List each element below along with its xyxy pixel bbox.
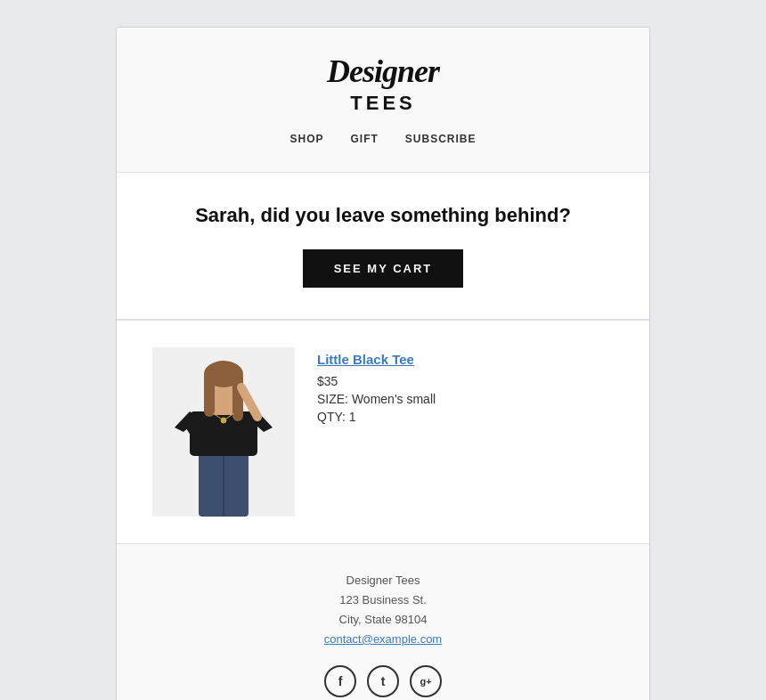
nav-bar: SHOP GIFT SUBSCRIBE [152, 133, 614, 154]
brand-script: Designer [152, 54, 614, 90]
google-plus-icon[interactable]: g+ [410, 665, 442, 697]
qty-value: 1 [349, 410, 356, 424]
nav-shop[interactable]: SHOP [289, 133, 323, 145]
product-price: $35 [317, 374, 614, 388]
hero-section: Sarah, did you leave something behind? S… [117, 172, 649, 320]
nav-subscribe[interactable]: SUBSCRIBE [405, 133, 477, 145]
facebook-icon[interactable]: f [324, 665, 356, 697]
footer-address1: 123 Business St. [152, 590, 614, 610]
email-header: Designer TEES SHOP GIFT SUBSCRIBE [117, 28, 649, 172]
product-size: SIZE: Women's small [317, 392, 614, 406]
product-qty: QTY: 1 [317, 410, 614, 424]
see-my-cart-button[interactable]: SEE MY CART [303, 249, 464, 288]
footer-company-name: Designer Tees [152, 571, 614, 590]
svg-rect-9 [204, 372, 215, 417]
product-image [152, 347, 295, 517]
product-name-link[interactable]: Little Black Tee [317, 352, 614, 367]
size-label: SIZE: [317, 392, 352, 406]
nav-gift[interactable]: GIFT [351, 133, 379, 145]
twitter-icon[interactable]: t [367, 665, 399, 697]
social-icons: f t g+ [152, 665, 614, 697]
email-container: Designer TEES SHOP GIFT SUBSCRIBE Sarah,… [116, 27, 650, 700]
size-value: Women's small [352, 392, 436, 406]
hero-headline: Sarah, did you leave something behind? [152, 204, 614, 227]
footer-address2: City, State 98104 [152, 610, 614, 630]
footer-email-link[interactable]: contact@example.com [324, 632, 442, 646]
qty-label: QTY: [317, 410, 349, 424]
email-footer: Designer Tees 123 Business St. City, Sta… [117, 543, 649, 700]
product-section: Little Black Tee $35 SIZE: Women's small… [117, 320, 649, 543]
footer-company-info: Designer Tees 123 Business St. City, Sta… [152, 571, 614, 649]
email-wrapper: Designer TEES SHOP GIFT SUBSCRIBE Sarah,… [0, 0, 766, 700]
brand-sans: TEES [152, 92, 614, 115]
product-details: Little Black Tee $35 SIZE: Women's small… [317, 347, 614, 424]
